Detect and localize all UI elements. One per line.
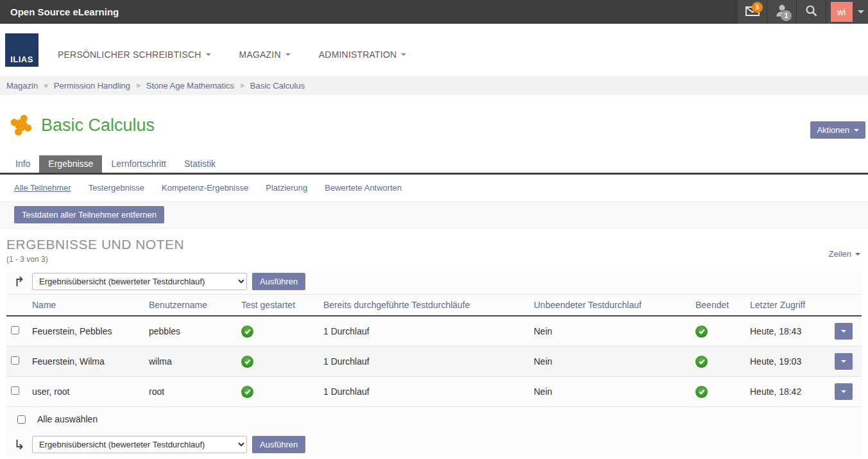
table-actions-top: ↱ Ergebnisübersicht (bewerteter Testdurc… bbox=[6, 269, 862, 294]
chevron-down-icon bbox=[841, 390, 846, 393]
actions-button[interactable]: Aktionen bbox=[810, 121, 865, 139]
bulk-action-select-top[interactable]: Ergebnisübersicht (bewerteter Testdurchl… bbox=[32, 273, 247, 290]
check-icon bbox=[241, 356, 253, 368]
cell-name: Feuerstein, Pebbles bbox=[30, 316, 146, 347]
page-title: Basic Calculus bbox=[41, 116, 155, 135]
row-checkbox[interactable] bbox=[11, 326, 19, 334]
who-is-online-button[interactable]: 1 bbox=[767, 0, 796, 24]
search-icon bbox=[804, 3, 819, 21]
execute-button-top[interactable]: Ausführen bbox=[252, 273, 305, 290]
breadcrumb-item[interactable]: Basic Calculus bbox=[250, 81, 305, 91]
subtab-bewertete-antworten[interactable]: Bewertete Antworten bbox=[325, 183, 402, 193]
nav-administration[interactable]: ADMINISTRATION bbox=[319, 49, 407, 60]
col-letzter-zugriff[interactable]: Letzter Zugriff bbox=[747, 295, 832, 316]
test-puzzle-icon bbox=[9, 113, 33, 137]
tab-info[interactable]: Info bbox=[6, 155, 39, 173]
range-info-top: (1 - 3 von 3) bbox=[6, 255, 862, 264]
chevron-down-icon bbox=[854, 129, 859, 132]
cell-runs: 1 Durchlauf bbox=[321, 347, 531, 377]
cell-unfinished: Nein bbox=[531, 377, 693, 407]
chevron-down-icon bbox=[841, 330, 846, 333]
apply-above-arrow-icon: ↱ bbox=[12, 274, 27, 290]
nav-repository[interactable]: MAGAZIN bbox=[239, 49, 291, 60]
check-icon bbox=[695, 356, 708, 368]
results-header: ERGEBNISSE UND NOTEN (1 - 3 von 3) Zeile… bbox=[0, 229, 868, 264]
chevron-down-icon bbox=[855, 253, 860, 255]
tab-lernfortschritt[interactable]: Lernfortschritt bbox=[102, 155, 175, 173]
cell-last-access: Heute, 18:43 bbox=[747, 316, 832, 347]
breadcrumb-separator: » bbox=[136, 81, 140, 90]
subtab-testergebnisse[interactable]: Testergebnisse bbox=[89, 183, 144, 193]
results-table: Name Benutzername Test gestartet Bereits… bbox=[6, 294, 862, 407]
rows-label: Zeilen bbox=[829, 249, 851, 259]
breadcrumb-separator: » bbox=[240, 81, 244, 90]
chevron-down-icon bbox=[841, 360, 846, 363]
row-actions-button[interactable] bbox=[835, 353, 853, 370]
cell-name: user, root bbox=[30, 377, 146, 407]
chevron-down-icon bbox=[858, 10, 864, 13]
col-beendet[interactable]: Beendet bbox=[693, 295, 747, 316]
row-actions-button[interactable] bbox=[835, 383, 853, 400]
bulk-action-select-bottom[interactable]: Ergebnisübersicht (bewerteter Testdurchl… bbox=[32, 436, 247, 453]
breadcrumb-item[interactable]: Stone Age Mathematics bbox=[146, 81, 234, 91]
main-header: ILIAS PERSÖNLICHER SCHREIBTISCH MAGAZIN … bbox=[0, 24, 868, 76]
table-row: Feuerstein, Wilma wilma 1 Durchlauf Nein… bbox=[6, 347, 862, 377]
results-table-widget: ↱ Ergebnisübersicht (bewerteter Testdurc… bbox=[6, 269, 862, 457]
search-button[interactable] bbox=[796, 0, 826, 24]
breadcrumb-item[interactable]: Permission Handling bbox=[54, 81, 130, 91]
col-unbeendeter[interactable]: Unbeendeter Testdurchlauf bbox=[531, 295, 693, 316]
apply-below-arrow-icon: ↳ bbox=[12, 437, 27, 453]
ilias-logo[interactable]: ILIAS bbox=[5, 33, 38, 67]
section-title: ERGEBNISSE UND NOTEN bbox=[6, 237, 862, 252]
rows-dropdown[interactable]: Zeilen bbox=[829, 249, 860, 259]
chevron-down-icon bbox=[285, 53, 291, 56]
select-all-row: Alle auswählen bbox=[6, 407, 862, 432]
col-benutzername[interactable]: Benutzername bbox=[146, 295, 239, 316]
mail-button[interactable]: 5 bbox=[737, 0, 767, 24]
check-icon bbox=[241, 325, 253, 338]
row-checkbox[interactable] bbox=[11, 356, 19, 365]
cell-name: Feuerstein, Wilma bbox=[30, 347, 146, 377]
tab-ergebnisse[interactable]: Ergebnisse bbox=[39, 155, 102, 173]
subtab-alle-teilnehmer[interactable]: Alle Teilnehmer bbox=[14, 183, 71, 193]
cell-username: pebbles bbox=[146, 316, 239, 347]
actions-label: Aktionen bbox=[817, 125, 849, 135]
table-row: Feuerstein, Pebbles pebbles 1 Durchlauf … bbox=[6, 316, 862, 347]
breadcrumb-separator: » bbox=[44, 81, 48, 90]
check-icon bbox=[241, 386, 253, 398]
nav-personal-desktop[interactable]: PERSÖNLICHER SCHREIBTISCH bbox=[58, 49, 211, 60]
cell-unfinished: Nein bbox=[531, 316, 693, 347]
nav-label: PERSÖNLICHER SCHREIBTISCH bbox=[58, 49, 201, 60]
subtab-platzierung[interactable]: Platzierung bbox=[266, 183, 307, 193]
table-actions-bottom: ↳ Ergebnisübersicht (bewerteter Testdurc… bbox=[6, 432, 862, 457]
chevron-down-icon bbox=[401, 53, 406, 56]
select-all-checkbox[interactable] bbox=[17, 415, 26, 424]
breadcrumb: Magazin » Permission Handling » Stone Ag… bbox=[0, 76, 868, 95]
topbar-icon-group: 5 1 wi bbox=[737, 0, 868, 24]
nav-label: MAGAZIN bbox=[239, 49, 281, 60]
user-menu-button[interactable]: wi bbox=[826, 0, 868, 24]
col-name[interactable]: Name bbox=[30, 295, 146, 316]
subtab-kompetenz-ergebnisse[interactable]: Kompetenz-Ergebnisse bbox=[162, 183, 248, 193]
cell-username: wilma bbox=[146, 347, 239, 377]
check-icon bbox=[695, 325, 708, 338]
tab-bar: Info Ergebnisse Lernfortschritt Statisti… bbox=[0, 155, 868, 175]
row-checkbox[interactable] bbox=[11, 386, 19, 395]
table-header-row: Name Benutzername Test gestartet Bereits… bbox=[6, 295, 862, 316]
avatar: wi bbox=[831, 2, 853, 22]
cell-runs: 1 Durchlauf bbox=[321, 316, 531, 347]
table-row: user, root root 1 Durchlauf Nein Heute, … bbox=[6, 377, 862, 407]
col-test-gestartet[interactable]: Test gestartet bbox=[239, 295, 321, 316]
top-bar: Open Source eLearning 5 1 wi bbox=[0, 0, 868, 24]
breadcrumb-item[interactable]: Magazin bbox=[6, 81, 38, 91]
select-all-label: Alle auswählen bbox=[37, 414, 98, 424]
col-testdurchlaeufe[interactable]: Bereits durchgeführte Testdurchläufe bbox=[321, 295, 531, 316]
row-actions-button[interactable] bbox=[835, 323, 853, 340]
toolbar: Testdaten aller Teilnehmer entfernen bbox=[0, 202, 868, 229]
tab-statistik[interactable]: Statistik bbox=[175, 155, 225, 173]
chevron-down-icon bbox=[206, 53, 211, 56]
execute-button-bottom[interactable]: Ausführen bbox=[252, 436, 305, 453]
online-count-badge: 1 bbox=[781, 10, 792, 21]
remove-testdata-button[interactable]: Testdaten aller Teilnehmer entfernen bbox=[14, 206, 164, 223]
cell-runs: 1 Durchlauf bbox=[321, 377, 531, 407]
